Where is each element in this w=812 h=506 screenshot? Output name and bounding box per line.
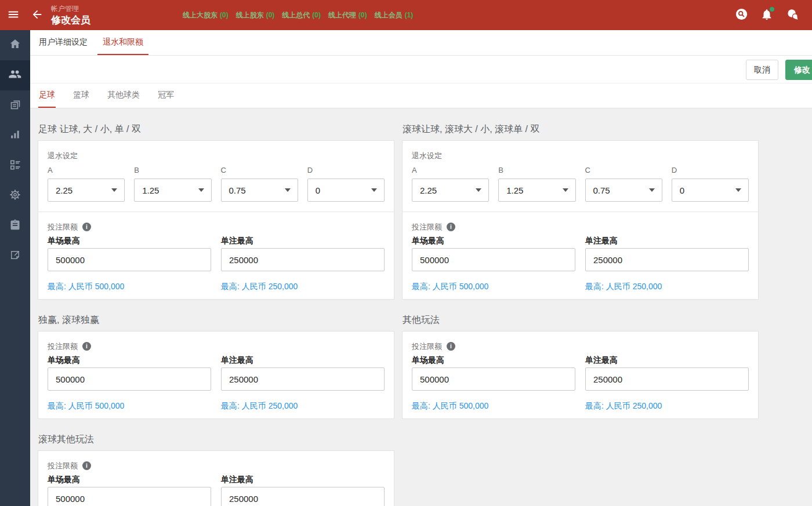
rebate-select[interactable]: 0.75 xyxy=(221,179,298,202)
chevron-down-icon xyxy=(371,188,377,192)
info-icon[interactable]: i xyxy=(82,223,91,231)
max-limit-hint: 最高: 人民币 500,000 xyxy=(48,282,211,291)
limit-field-label: 单场最高 xyxy=(412,236,575,245)
limit-amount-input[interactable] xyxy=(48,487,211,506)
search-button[interactable] xyxy=(728,0,754,30)
back-arrow-icon xyxy=(31,8,44,23)
sport-tab-champion[interactable]: 冠军 xyxy=(157,83,175,108)
menu-button[interactable] xyxy=(0,0,27,30)
limit-field-label: 单场最高 xyxy=(412,355,575,365)
limit-amount-input[interactable] xyxy=(48,367,211,391)
limit-section: 其他玩法投注限额i单场最高最高: 人民币 500,000单注最高最高: 人民币 … xyxy=(402,314,759,419)
limits-label: 投注限额 xyxy=(48,223,78,231)
max-limit-hint: 最高: 人民币 500,000 xyxy=(412,401,575,410)
clipboard-icon xyxy=(9,219,21,233)
notifications-button[interactable] xyxy=(754,0,780,30)
info-icon[interactable]: i xyxy=(82,461,91,470)
nav-level-count: (0) xyxy=(312,11,321,19)
limit-field-label: 单场最高 xyxy=(48,236,211,245)
sidebar-item-lists[interactable] xyxy=(0,151,30,181)
max-limit-hint: 最高: 人民币 500,000 xyxy=(48,401,211,410)
info-icon[interactable]: i xyxy=(447,223,455,231)
sidebar-item-reports[interactable] xyxy=(0,90,30,121)
rebate-select[interactable]: 2.25 xyxy=(48,179,125,202)
tab-rebate-limits[interactable]: 退水和限额 xyxy=(97,30,148,55)
page-title: 修改会员 xyxy=(51,14,90,26)
section-title: 独赢, 滚球独赢 xyxy=(38,314,394,325)
sport-tab-basketball[interactable]: 篮球 xyxy=(72,83,90,108)
bet-limits: 投注限额i单场最高最高: 人民币 500,000单注最高最高: 人民币 250,… xyxy=(38,451,394,506)
info-icon[interactable]: i xyxy=(447,342,455,351)
main-area: 用户详细设定 退水和限额 取消 修改 足球 篮球 其他球类 冠军 足球 让球, … xyxy=(30,0,812,506)
limit-amount-input[interactable] xyxy=(585,367,749,391)
section-title: 滚球让球, 滚球大 / 小, 滚球单 / 双 xyxy=(403,123,759,134)
rebate-select[interactable]: 1.25 xyxy=(498,179,575,202)
sidebar-item-tasks[interactable] xyxy=(0,211,30,241)
sidebar-item-notes[interactable] xyxy=(0,241,30,271)
limit-amount-input[interactable] xyxy=(585,248,749,271)
limit-field-label: 单注最高 xyxy=(585,236,749,245)
section-card: 退水设定A2.25B1.25C0.75D0投注限额i单场最高最高: 人民币 50… xyxy=(402,140,759,300)
tab-user-details[interactable]: 用户详细设定 xyxy=(34,30,93,55)
rebate-select-value: 2.25 xyxy=(420,185,437,195)
rebate-select[interactable]: 1.25 xyxy=(134,179,211,202)
limit-section: 滚球让球, 滚球大 / 小, 滚球单 / 双退水设定A2.25B1.25C0.7… xyxy=(402,123,759,300)
hamburger-icon xyxy=(7,8,20,23)
sidebar-item-members[interactable] xyxy=(0,60,30,90)
rebate-select[interactable]: 0 xyxy=(672,179,749,202)
bet-limits: 投注限额i单场最高最高: 人民币 500,000单注最高最高: 人民币 250,… xyxy=(38,332,394,418)
sidebar-item-home[interactable] xyxy=(0,30,30,60)
sport-tab-football[interactable]: 足球 xyxy=(38,83,56,108)
rebate-select[interactable]: 2.25 xyxy=(412,179,489,202)
nav-account-level[interactable]: 线上代理(0) xyxy=(328,10,367,20)
nav-account-level[interactable]: 线上会员(1) xyxy=(375,10,414,20)
rebate-select[interactable]: 0.75 xyxy=(585,179,662,202)
app-header: 帐户管理 修改会员 线上大股东(0)线上股东(0)线上总代(0)线上代理(0)线… xyxy=(0,0,812,30)
rebate-settings: 退水设定A2.25B1.25C0.75D0 xyxy=(403,141,758,212)
rebate-select-value: 1.25 xyxy=(506,185,523,195)
nav-level-label: 线上股东 xyxy=(236,10,264,20)
chat-icon xyxy=(786,8,799,23)
limits-label: 投注限额 xyxy=(412,342,442,351)
limit-amount-input[interactable] xyxy=(221,248,385,271)
home-icon xyxy=(9,38,21,53)
submit-button[interactable]: 修改 xyxy=(785,60,812,80)
back-button[interactable] xyxy=(27,0,48,30)
nav-account-level[interactable]: 线上大股东(0) xyxy=(183,10,229,20)
content-area: 足球 让球, 大 / 小, 单 / 双退水设定A2.25B1.25C0.75D0… xyxy=(30,108,812,506)
rebate-select[interactable]: 0 xyxy=(307,179,385,202)
nav-account-level[interactable]: 线上总代(0) xyxy=(282,10,321,20)
action-toolbar: 取消 修改 xyxy=(30,56,812,83)
messages-button[interactable] xyxy=(780,0,805,30)
rebate-select-value: 0.75 xyxy=(229,185,246,195)
bet-limits: 投注限额i单场最高最高: 人民币 500,000单注最高最高: 人民币 250,… xyxy=(403,332,758,418)
section-title: 其他玩法 xyxy=(403,314,759,325)
sidebar-item-settings[interactable] xyxy=(0,181,30,211)
limit-amount-input[interactable] xyxy=(412,367,575,391)
rebate-option-label: C xyxy=(221,166,298,174)
cancel-button[interactable]: 取消 xyxy=(746,60,778,80)
chevron-down-icon xyxy=(649,188,655,192)
sport-tab-other-sports[interactable]: 其他球类 xyxy=(107,83,140,108)
rebate-select-value: 2.25 xyxy=(56,185,72,195)
sidebar-item-statistics[interactable] xyxy=(0,121,30,151)
limit-amount-input[interactable] xyxy=(221,367,385,391)
chevron-down-icon xyxy=(735,188,741,192)
limit-amount-input[interactable] xyxy=(412,248,575,271)
nav-account-level[interactable]: 线上股东(0) xyxy=(236,10,275,20)
account-level-nav: 线上大股东(0)线上股东(0)线上总代(0)线上代理(0)线上会员(1) xyxy=(183,0,420,30)
limit-amount-input[interactable] xyxy=(221,487,385,506)
limit-amount-input[interactable] xyxy=(48,248,211,271)
section-card: 退水设定A2.25B1.25C0.75D0投注限额i单场最高最高: 人民币 50… xyxy=(38,140,394,300)
chevron-down-icon xyxy=(476,188,481,192)
documents-icon xyxy=(9,99,21,113)
limits-label: 投注限额 xyxy=(48,342,78,351)
note-edit-icon xyxy=(9,249,21,263)
chevron-down-icon xyxy=(198,188,204,192)
info-icon[interactable]: i xyxy=(82,342,91,351)
rebate-select-value: 0 xyxy=(680,185,684,195)
rebate-select-value: 1.25 xyxy=(142,185,159,195)
bet-limits: 投注限额i单场最高最高: 人民币 500,000单注最高最高: 人民币 250,… xyxy=(38,212,394,299)
limit-field-label: 单注最高 xyxy=(221,475,385,484)
rebate-option-label: D xyxy=(307,166,385,174)
